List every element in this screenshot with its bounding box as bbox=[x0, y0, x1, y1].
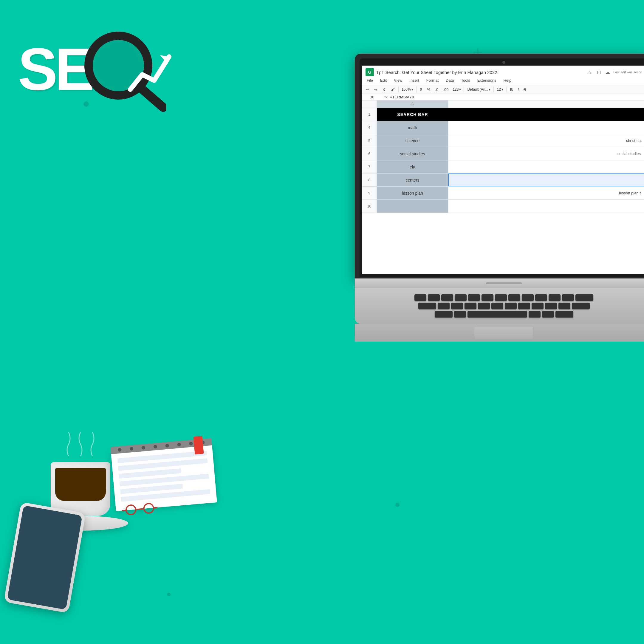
trackpad[interactable] bbox=[474, 326, 534, 339]
search-bar-cell[interactable]: SEARCH BAR bbox=[377, 108, 448, 121]
last-edit-text: Last edit was secon bbox=[613, 70, 642, 74]
font-family-dropdown[interactable]: Default (Ari... ▾ bbox=[466, 87, 492, 92]
currency-button[interactable]: $ bbox=[418, 87, 424, 92]
decimal1-button[interactable]: .0 bbox=[434, 87, 440, 92]
font-size-dropdown[interactable]: 12 ▾ bbox=[496, 87, 504, 92]
laptop-notch bbox=[486, 282, 522, 284]
keyboard-row-2 bbox=[418, 303, 590, 309]
number-format-dropdown[interactable]: 123 ▾ bbox=[451, 87, 462, 92]
key[interactable] bbox=[465, 303, 476, 309]
spiral-dot bbox=[141, 446, 145, 450]
menu-view[interactable]: View bbox=[393, 78, 403, 83]
centers-b-cell[interactable] bbox=[448, 174, 644, 186]
lesson-plan-b-cell[interactable]: lesson plan t bbox=[448, 187, 644, 199]
key[interactable] bbox=[438, 303, 450, 309]
italic-button[interactable]: I bbox=[516, 87, 521, 92]
row-number: 1 bbox=[362, 108, 377, 121]
ela-cell[interactable]: ela bbox=[377, 160, 448, 173]
col-header-a[interactable]: A bbox=[377, 100, 448, 108]
empty-a-cell[interactable] bbox=[377, 200, 448, 213]
seo-text: SE bbox=[18, 39, 92, 99]
coffee-liquid bbox=[55, 468, 106, 501]
menu-help[interactable]: Help bbox=[502, 78, 513, 83]
folder-icon[interactable]: ⊡ bbox=[595, 69, 602, 75]
fx-label: fx bbox=[385, 95, 388, 99]
key[interactable] bbox=[495, 294, 507, 301]
key[interactable] bbox=[482, 294, 493, 301]
key[interactable] bbox=[468, 294, 480, 301]
key[interactable] bbox=[441, 294, 453, 301]
key[interactable] bbox=[558, 303, 570, 309]
key[interactable] bbox=[572, 303, 590, 309]
phone-screen bbox=[7, 505, 83, 610]
ela-b-cell[interactable] bbox=[448, 160, 644, 173]
menu-insert[interactable]: Insert bbox=[408, 78, 420, 83]
key[interactable] bbox=[491, 303, 503, 309]
menu-data[interactable]: Data bbox=[445, 78, 455, 83]
key[interactable] bbox=[454, 311, 466, 318]
empty-b-cell[interactable] bbox=[448, 200, 644, 213]
strikethrough-button[interactable]: S bbox=[522, 87, 528, 92]
formula-value[interactable]: =TERMS!AY8 bbox=[390, 95, 414, 99]
science-cell[interactable]: science bbox=[377, 134, 448, 147]
star-icon[interactable]: ☆ bbox=[586, 69, 593, 75]
svg-point-5 bbox=[143, 503, 154, 514]
lesson-plan-cell[interactable]: lesson plan bbox=[377, 187, 448, 199]
key[interactable] bbox=[418, 303, 436, 309]
math-b-cell[interactable] bbox=[448, 121, 644, 134]
key[interactable] bbox=[508, 294, 520, 301]
key[interactable] bbox=[518, 303, 530, 309]
key[interactable] bbox=[522, 294, 534, 301]
bold-button[interactable]: B bbox=[508, 87, 515, 92]
menu-format[interactable]: Format bbox=[425, 78, 440, 83]
undo-button[interactable]: ↩ bbox=[364, 87, 371, 92]
key[interactable] bbox=[555, 311, 573, 318]
svg-point-4 bbox=[126, 505, 136, 515]
redo-button[interactable]: ↪ bbox=[372, 87, 379, 92]
social-studies-b-cell[interactable]: social studies bbox=[448, 147, 644, 160]
key[interactable] bbox=[545, 303, 557, 309]
grid-column-headers: A bbox=[362, 100, 644, 108]
decimal2-button[interactable]: .00 bbox=[441, 87, 450, 92]
menu-edit[interactable]: Edit bbox=[379, 78, 388, 83]
centers-cell[interactable]: centers bbox=[377, 174, 448, 186]
key[interactable] bbox=[542, 311, 554, 318]
key[interactable] bbox=[529, 311, 541, 318]
steam-3-icon bbox=[89, 432, 95, 456]
key[interactable] bbox=[451, 303, 463, 309]
key[interactable] bbox=[455, 294, 467, 301]
col-header-b[interactable] bbox=[448, 100, 644, 108]
table-row: 5 science christma bbox=[362, 134, 644, 147]
laptop-keyboard bbox=[355, 288, 644, 324]
key[interactable] bbox=[575, 294, 593, 301]
science-b-cell[interactable]: christma bbox=[448, 134, 644, 147]
spreadsheet-grid: A 1 SEARCH BAR 4 math bbox=[362, 100, 644, 213]
menu-tools[interactable]: Tools bbox=[460, 78, 471, 83]
key[interactable] bbox=[505, 303, 517, 309]
steam-2-icon bbox=[78, 432, 83, 456]
spacebar-key[interactable] bbox=[467, 311, 527, 318]
percent-button[interactable]: % bbox=[425, 87, 432, 92]
zoom-dropdown[interactable]: 150% ▾ bbox=[400, 87, 414, 92]
key[interactable] bbox=[435, 311, 453, 318]
menu-extensions[interactable]: Extensions bbox=[476, 78, 498, 83]
math-cell[interactable]: math bbox=[377, 121, 448, 134]
key[interactable] bbox=[478, 303, 490, 309]
header-b-cell[interactable] bbox=[448, 108, 644, 121]
cloud-icon[interactable]: ☁ bbox=[604, 69, 611, 75]
key[interactable] bbox=[428, 294, 440, 301]
paint-format-button[interactable]: 🖌 bbox=[389, 87, 397, 92]
key[interactable] bbox=[562, 294, 574, 301]
key[interactable] bbox=[532, 303, 544, 309]
row-number: 10 bbox=[362, 200, 377, 213]
key[interactable] bbox=[549, 294, 561, 301]
key[interactable] bbox=[414, 294, 426, 301]
menu-file[interactable]: File bbox=[366, 78, 374, 83]
notepad-clip bbox=[193, 436, 204, 454]
print-button[interactable]: 🖨 bbox=[380, 87, 388, 92]
key[interactable] bbox=[535, 294, 547, 301]
svg-line-7 bbox=[122, 510, 126, 510]
spiral-dot bbox=[177, 443, 181, 447]
social-studies-cell[interactable]: social studies bbox=[377, 147, 448, 160]
cell-reference[interactable]: B8 bbox=[364, 95, 382, 99]
